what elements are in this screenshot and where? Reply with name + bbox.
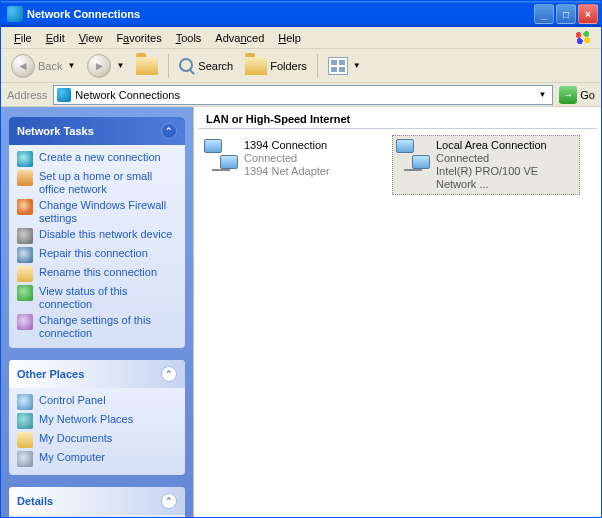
connection-device: 1394 Net Adapter — [244, 165, 330, 178]
link-my-computer[interactable]: My Computer — [17, 451, 177, 467]
folders-button[interactable]: Folders — [241, 55, 311, 77]
separator — [168, 54, 169, 78]
views-button[interactable]: ▼ — [324, 55, 365, 77]
menu-edit[interactable]: Edit — [39, 30, 72, 46]
go-arrow-icon: → — [559, 86, 577, 104]
home-network-icon — [17, 170, 33, 186]
new-connection-icon — [17, 151, 33, 167]
connection-1394[interactable]: 1394 Connection Connected 1394 Net Adapt… — [200, 135, 388, 195]
details-panel: Details ⌃ Local Area Connection — [9, 487, 185, 517]
windows-flag-icon — [573, 30, 595, 46]
collapse-icon: ⌃ — [161, 493, 177, 509]
views-dropdown-icon[interactable]: ▼ — [353, 61, 361, 70]
connection-name: 1394 Connection — [244, 139, 330, 152]
address-icon — [57, 88, 71, 102]
task-disable-device[interactable]: Disable this network device — [17, 228, 177, 244]
folder-up-icon — [136, 57, 158, 75]
control-panel-icon — [17, 394, 33, 410]
toolbar: ◄ Back ▼ ► ▼ Search Folders ▼ — [1, 49, 601, 83]
back-label: Back — [38, 60, 62, 72]
task-create-connection[interactable]: Create a new connection — [17, 151, 177, 167]
search-label: Search — [198, 60, 233, 72]
other-places-header[interactable]: Other Places ⌃ — [9, 360, 185, 388]
task-view-status[interactable]: View status of this connection — [17, 285, 177, 311]
address-text: Network Connections — [75, 89, 180, 101]
computer-icon — [17, 451, 33, 467]
other-places-title: Other Places — [17, 368, 84, 380]
documents-icon — [17, 432, 33, 448]
disable-icon — [17, 228, 33, 244]
connection-status: Connected — [244, 152, 330, 165]
views-icon — [328, 57, 348, 75]
connection-lan[interactable]: Local Area Connection Connected Intel(R)… — [392, 135, 580, 195]
connection-status: Connected — [436, 152, 576, 165]
back-arrow-icon: ◄ — [11, 54, 35, 78]
menu-file[interactable]: File — [7, 30, 39, 46]
content-area: LAN or High-Speed Internet 1394 Connecti… — [193, 107, 601, 517]
address-bar: Address Network Connections ▼ → Go — [1, 83, 601, 107]
collapse-icon: ⌃ — [161, 366, 177, 382]
forward-arrow-icon: ► — [87, 54, 111, 78]
task-setup-network[interactable]: Set up a home or small office network — [17, 170, 177, 196]
firewall-icon — [17, 199, 33, 215]
back-dropdown-icon[interactable]: ▼ — [67, 61, 75, 70]
other-places-list: Control Panel My Network Places My Docum… — [9, 388, 185, 475]
menu-help[interactable]: Help — [271, 30, 308, 46]
network-tasks-list: Create a new connection Set up a home or… — [9, 145, 185, 348]
connection-name: Local Area Connection — [436, 139, 576, 152]
app-icon — [7, 6, 23, 22]
up-button[interactable] — [132, 55, 162, 77]
body: Network Tasks ⌃ Create a new connection … — [1, 107, 601, 517]
link-network-places[interactable]: My Network Places — [17, 413, 177, 429]
network-places-icon — [17, 413, 33, 429]
address-field[interactable]: Network Connections ▼ — [53, 85, 553, 105]
connection-device: Intel(R) PRO/100 VE Network ... — [436, 165, 576, 191]
details-title: Details — [17, 495, 53, 507]
task-repair[interactable]: Repair this connection — [17, 247, 177, 263]
other-places-panel: Other Places ⌃ Control Panel My Network … — [9, 360, 185, 475]
side-panel: Network Tasks ⌃ Create a new connection … — [1, 107, 193, 517]
forward-dropdown-icon[interactable]: ▼ — [116, 61, 124, 70]
status-icon — [17, 285, 33, 301]
back-button[interactable]: ◄ Back ▼ — [7, 52, 79, 80]
address-label: Address — [7, 89, 47, 101]
menu-view[interactable]: View — [72, 30, 110, 46]
connections-list: 1394 Connection Connected 1394 Net Adapt… — [194, 135, 601, 195]
settings-icon — [17, 314, 33, 330]
task-rename[interactable]: Rename this connection — [17, 266, 177, 282]
search-icon — [179, 58, 195, 74]
close-button[interactable]: × — [578, 4, 598, 24]
forward-button[interactable]: ► ▼ — [83, 52, 128, 80]
search-button[interactable]: Search — [175, 56, 237, 76]
menu-favorites[interactable]: Favorites — [109, 30, 168, 46]
details-header[interactable]: Details ⌃ — [9, 487, 185, 515]
menu-advanced[interactable]: Advanced — [208, 30, 271, 46]
folders-icon — [245, 57, 267, 75]
go-button[interactable]: → Go — [559, 86, 595, 104]
minimize-button[interactable]: _ — [534, 4, 554, 24]
link-my-documents[interactable]: My Documents — [17, 432, 177, 448]
repair-icon — [17, 247, 33, 263]
link-control-panel[interactable]: Control Panel — [17, 394, 177, 410]
rename-icon — [17, 266, 33, 282]
task-firewall[interactable]: Change Windows Firewall settings — [17, 199, 177, 225]
collapse-icon: ⌃ — [161, 123, 177, 139]
address-dropdown-icon[interactable]: ▼ — [535, 90, 549, 99]
folders-label: Folders — [270, 60, 307, 72]
go-label: Go — [580, 89, 595, 101]
maximize-button[interactable]: □ — [556, 4, 576, 24]
connection-icon — [396, 139, 430, 173]
menu-bar: File Edit View Favorites Tools Advanced … — [1, 27, 601, 49]
network-tasks-title: Network Tasks — [17, 125, 94, 137]
connection-icon — [204, 139, 238, 173]
separator — [317, 54, 318, 78]
menu-tools[interactable]: Tools — [169, 30, 209, 46]
title-bar: Network Connections _ □ × — [1, 1, 601, 27]
window-title: Network Connections — [27, 8, 534, 20]
network-tasks-header[interactable]: Network Tasks ⌃ — [9, 117, 185, 145]
details-body: Local Area Connection — [9, 515, 185, 517]
group-header: LAN or High-Speed Internet — [198, 107, 597, 129]
network-tasks-panel: Network Tasks ⌃ Create a new connection … — [9, 117, 185, 348]
window: Network Connections _ □ × File Edit View… — [0, 0, 602, 518]
task-change-settings[interactable]: Change settings of this connection — [17, 314, 177, 340]
